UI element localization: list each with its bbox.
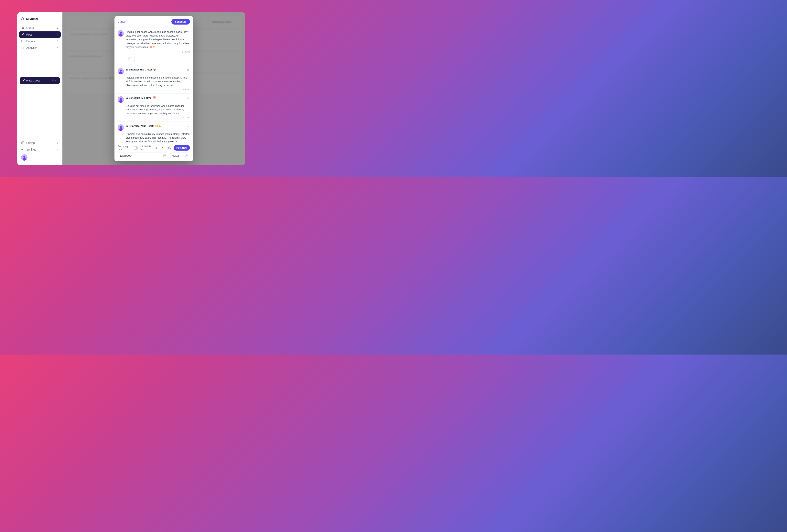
svg-rect-0 — [22, 27, 24, 27]
settings-icon — [21, 148, 24, 151]
post-item-3: 3/ Prioritize Your Health 🙌💪 × Physical … — [114, 122, 193, 143]
user-avatar[interactable] — [21, 154, 27, 161]
post-2-header: 2/ Schedule 'Me Time' 📅 × — [118, 97, 190, 103]
sidebar: Skyblaze Queue 1 — [17, 12, 62, 165]
post-1-title: 1/ Embrace the Chaos 🦅 — [126, 68, 184, 71]
svg-point-17 — [120, 70, 122, 72]
main-content: Marketing & Sales ...sy. I've bee strate… — [62, 12, 245, 165]
svg-rect-1 — [22, 27, 24, 28]
post-1-avatar — [118, 68, 124, 75]
post-3-content: Physical well-being directly impacts men… — [126, 132, 190, 143]
analytics-icon — [21, 46, 24, 49]
post-2-counter: 187/300 — [126, 116, 190, 119]
svg-point-30 — [169, 147, 171, 149]
sidebar-bottom: Pricing 8 Settings 9 — [17, 138, 62, 162]
first-post: Finding inner peace while hustling as an… — [114, 27, 193, 66]
svg-rect-2 — [22, 28, 24, 29]
svg-point-23 — [120, 126, 122, 128]
svg-rect-5 — [24, 47, 24, 49]
post-1-header: 1/ Embrace the Chaos 🦅 × — [118, 68, 190, 75]
schedule-button[interactable]: Schedule — [171, 19, 190, 24]
write-post-button[interactable]: Write a post ⌘ + I — [20, 77, 60, 84]
modal-footer: Recurring Post Schedule at — [114, 143, 193, 162]
engage-icon — [21, 40, 24, 43]
cancel-button[interactable]: Cancel — [118, 20, 126, 23]
app-name: Skyblaze — [26, 17, 39, 20]
post-1-counter: 189/300 — [126, 88, 190, 91]
sidebar-logo: Skyblaze — [17, 15, 62, 25]
svg-point-31 — [169, 147, 170, 148]
first-post-header: Finding inner peace while hustling as an… — [118, 30, 190, 49]
image-upload-placeholder[interactable] — [126, 55, 134, 63]
svg-point-20 — [120, 98, 122, 100]
sidebar-item-pricing[interactable]: Pricing 8 — [19, 140, 61, 146]
emoji-icon-button[interactable] — [167, 145, 172, 151]
sidebar-nav: Queue 1 Post 2 Eng — [17, 25, 62, 75]
time-input[interactable]: 00:02 — [170, 152, 190, 159]
engage-badge: 3 — [57, 40, 58, 43]
svg-rect-4 — [23, 47, 23, 49]
pricing-badge: 8 — [57, 142, 58, 144]
settings-badge: 9 — [57, 148, 58, 151]
recurring-toggle[interactable] — [133, 146, 138, 150]
svg-rect-3 — [22, 48, 22, 49]
toggle-knob — [133, 146, 136, 149]
pricing-label: Pricing — [26, 141, 35, 145]
post-icon — [21, 33, 24, 36]
settings-label: Settings — [26, 148, 36, 151]
queue-badge: 1 — [57, 26, 58, 29]
date-input[interactable]: 12/26/2024 — [118, 152, 168, 159]
sidebar-item-engage[interactable]: Engage 3 — [19, 38, 61, 44]
sidebar-item-analytics[interactable]: Analytics 4 — [19, 45, 61, 51]
post-item-1: 1/ Embrace the Chaos 🦅 × Instead of resi… — [114, 65, 193, 93]
footer-date-row: 12/26/2024 00:02 — [118, 152, 190, 159]
queue-icon — [21, 26, 24, 29]
modal-overlay: Cancel Schedule — [62, 12, 245, 165]
post-1-content: Instead of resisting the hustle, I learn… — [126, 76, 190, 87]
svg-point-32 — [170, 147, 170, 148]
flash-icon-button[interactable] — [153, 145, 159, 151]
engage-label: Engage — [26, 40, 36, 43]
compose-modal: Cancel Schedule — [114, 16, 193, 162]
post-2-content: Blocking out time just for myself was a … — [126, 104, 190, 115]
image-icon-button[interactable] — [160, 145, 166, 151]
svg-point-7 — [22, 149, 23, 150]
post-2-close-button[interactable]: × — [186, 97, 190, 100]
footer-top: Recurring Post Schedule at — [118, 145, 190, 151]
app-container: Skyblaze Queue 1 — [17, 12, 245, 165]
time-value: 00:02 — [172, 154, 179, 157]
post-3-close-button[interactable]: × — [186, 125, 190, 128]
svg-rect-33 — [164, 155, 166, 157]
pricing-icon — [21, 141, 24, 145]
svg-point-12 — [120, 32, 122, 34]
avatar-initials — [118, 30, 124, 37]
sidebar-item-queue[interactable]: Queue 1 — [19, 25, 61, 31]
post-3-header: 3/ Prioritize Your Health 🙌💪 × — [118, 125, 190, 131]
post-3-title: 3/ Prioritize Your Health 🙌💪 — [126, 125, 184, 127]
post-now-button[interactable]: Post Now — [174, 145, 190, 151]
recurring-label: Recurring Post — [118, 145, 131, 151]
post-2-title: 2/ Schedule 'Me Time' 📅 — [126, 97, 184, 99]
logo-icon — [20, 17, 24, 21]
write-post-shortcut: ⌘ + I — [52, 79, 57, 82]
svg-rect-14 — [129, 57, 132, 61]
post-item-2: 2/ Schedule 'Me Time' 📅 × Blocking out t… — [114, 94, 193, 122]
modal-body[interactable]: Finding inner peace while hustling as an… — [114, 27, 193, 143]
first-post-text: Finding inner peace while hustling as an… — [126, 30, 190, 49]
svg-point-9 — [23, 156, 25, 158]
date-value: 12/26/2024 — [120, 154, 132, 157]
queue-label: Queue — [26, 26, 35, 29]
post-1-close-button[interactable]: × — [186, 68, 190, 72]
write-post-label: Write a post — [26, 79, 40, 82]
sidebar-item-settings[interactable]: Settings 9 — [19, 146, 61, 153]
post-3-avatar — [118, 125, 124, 131]
schedule-at-label: Schedule at — [141, 145, 152, 151]
svg-point-15 — [130, 58, 130, 59]
post-label: Post — [26, 33, 32, 36]
analytics-label: Analytics — [26, 46, 37, 49]
modal-header: Cancel Schedule — [114, 16, 193, 27]
post-2-avatar — [118, 97, 124, 103]
analytics-badge: 4 — [57, 46, 58, 49]
sidebar-item-post[interactable]: Post 2 — [19, 31, 61, 38]
post-badge: 2 — [57, 33, 58, 36]
